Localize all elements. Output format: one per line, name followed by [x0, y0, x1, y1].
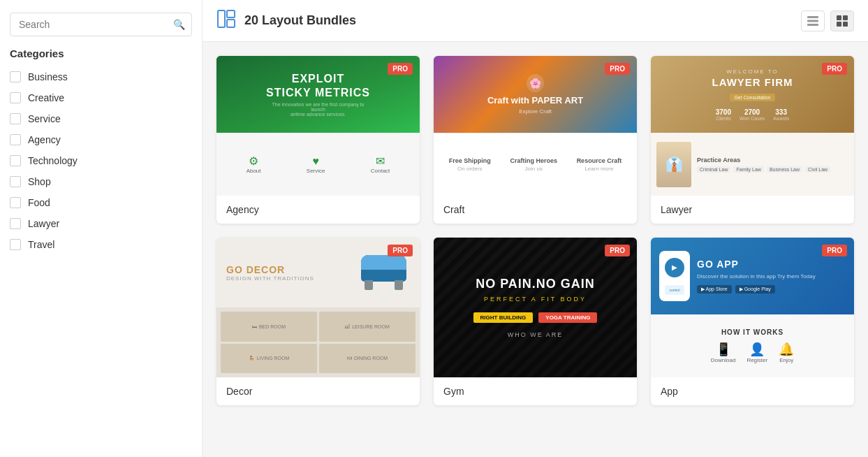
craft-main-text: Craft with PAPER ART — [487, 95, 583, 106]
card-app-image: PRO ▶ control GO APP Discover the soluti… — [651, 238, 854, 377]
gym-sub-text: PERFECT A FIT BODY — [484, 296, 587, 303]
agency-checkbox[interactable] — [10, 134, 21, 145]
layout-bundles-icon — [216, 9, 236, 33]
sidebar-item-lawyer[interactable]: Lawyer — [0, 213, 202, 234]
decor-room-bed: 🛏BED ROOM — [221, 312, 317, 342]
decor-main-text: GO DECOR — [226, 264, 314, 275]
card-gym-image: PRO NO PAIN.NO GAIN PERFECT A FIT BODY R… — [434, 238, 637, 377]
sidebar-item-shop[interactable]: Shop — [0, 171, 202, 192]
app-how-it-works: HOW IT WORKS — [721, 328, 784, 336]
app-phone-mockup: ▶ control — [659, 251, 690, 301]
svg-rect-7 — [843, 15, 848, 20]
category-label-shop: Shop — [28, 176, 51, 187]
service-checkbox[interactable] — [10, 113, 21, 124]
svg-rect-9 — [843, 22, 848, 27]
card-gym-label: Gym — [434, 377, 637, 405]
svg-rect-0 — [218, 10, 225, 27]
agency-feature-3: ✉ Contact — [371, 154, 390, 174]
agency-feature-2: ♥ Service — [307, 155, 325, 174]
pro-badge-lawyer: PRO — [822, 63, 847, 75]
search-container: 🔍 — [10, 13, 192, 36]
category-label-travel: Travel — [28, 239, 54, 250]
sidebar-item-creative[interactable]: Creative — [0, 87, 202, 108]
pro-badge-app: PRO — [822, 245, 847, 256]
technology-checkbox[interactable] — [10, 155, 21, 166]
card-lawyer-label: Lawyer — [651, 196, 854, 224]
app-steps: 📱 Download 👤 Register 🔔 Enjoy — [711, 342, 794, 363]
decor-room-living: 🪑LIVING ROOM — [221, 344, 317, 374]
svg-rect-5 — [807, 24, 818, 26]
card-decor-image: PRO GO DECOR DESIGN WITH TRADITIONS — [216, 238, 420, 377]
sidebar-item-food[interactable]: Food — [0, 192, 202, 213]
categories-title: Categories — [0, 48, 202, 66]
agency-main-text: EXPLOIT STICKY METRICS — [266, 72, 370, 99]
craft-col-shipping: Free Shipping On orders — [449, 157, 491, 172]
food-checkbox[interactable] — [10, 197, 21, 208]
agency-sub-text: The innovation we are the first company … — [266, 102, 371, 117]
lawyer-stat-1: 3700Clients — [716, 108, 731, 121]
search-icon: 🔍 — [173, 19, 185, 30]
cards-grid: PRO EXPLOIT STICKY METRICS The innovatio… — [216, 56, 854, 405]
pro-badge-gym: PRO — [605, 245, 630, 256]
card-craft[interactable]: PRO 🌸 Craft with PAPER ART Explore Craft… — [434, 56, 637, 224]
decor-room-dining: 🍽DINING ROOM — [319, 344, 415, 374]
card-decor-label: Decor — [216, 377, 420, 405]
travel-checkbox[interactable] — [10, 239, 21, 250]
card-craft-image: PRO 🌸 Craft with PAPER ART Explore Craft… — [434, 56, 637, 196]
cards-grid-area: PRO EXPLOIT STICKY METRICS The innovatio… — [203, 42, 868, 457]
sidebar-item-business[interactable]: Business — [0, 66, 202, 87]
category-label-creative: Creative — [28, 92, 64, 103]
card-decor[interactable]: PRO GO DECOR DESIGN WITH TRADITIONS — [216, 238, 420, 405]
svg-rect-6 — [837, 15, 841, 20]
business-checkbox[interactable] — [10, 71, 21, 82]
agency-feature-1: ⚙ About — [247, 154, 261, 174]
decor-room-leisure: 🛋LEISURE ROOM — [319, 312, 415, 342]
decor-sub-text: DESIGN WITH TRADITIONS — [226, 275, 314, 282]
sidebar-item-technology[interactable]: Technology — [0, 150, 202, 171]
sidebar-item-travel[interactable]: Travel — [0, 234, 202, 255]
svg-rect-3 — [807, 16, 818, 18]
pro-badge-craft: PRO — [605, 63, 630, 75]
category-label-lawyer: Lawyer — [28, 218, 59, 229]
header-left: 20 Layout Bundles — [216, 9, 356, 33]
sidebar-item-agency[interactable]: Agency — [0, 129, 202, 150]
sidebar: 🔍 Categories Business Creative Service A… — [0, 0, 203, 457]
svg-rect-8 — [837, 22, 841, 27]
craft-col-discount: Resource Craft Learn more — [577, 157, 622, 172]
shop-checkbox[interactable] — [10, 176, 21, 187]
card-gym[interactable]: PRO NO PAIN.NO GAIN PERFECT A FIT BODY R… — [434, 238, 637, 405]
sidebar-item-service[interactable]: Service — [0, 108, 202, 129]
craft-col-crafting: Crafting Heroes Join us — [510, 157, 557, 172]
svg-rect-1 — [227, 10, 235, 17]
category-label-agency: Agency — [28, 134, 61, 145]
lawyer-welcome: WELCOME TO — [726, 68, 778, 75]
page-title: 20 Layout Bundles — [244, 13, 356, 28]
svg-rect-2 — [227, 20, 235, 27]
list-view-button[interactable] — [801, 10, 825, 31]
card-app[interactable]: PRO ▶ control GO APP Discover the soluti… — [651, 238, 854, 405]
card-lawyer[interactable]: PRO WELCOME TO LAWYER FIRM Get Consultat… — [651, 56, 854, 224]
lawyer-stat-3: 333Awards — [773, 108, 789, 121]
gym-main-text: NO PAIN.NO GAIN — [476, 277, 595, 291]
creative-checkbox[interactable] — [10, 92, 21, 103]
card-agency-label: Agency — [216, 196, 420, 224]
category-label-technology: Technology — [28, 155, 78, 166]
app-text-block: GO APP Discover the solution in this app… — [697, 259, 846, 293]
lawyer-main-text: LAWYER FIRM — [712, 76, 793, 88]
header-right — [801, 10, 854, 31]
card-app-label: App — [651, 377, 854, 405]
main-content: 20 Layout Bundles PRO EXPLOIT STICKY MET… — [203, 0, 868, 457]
grid-view-button[interactable] — [830, 10, 854, 31]
page-header: 20 Layout Bundles — [203, 0, 868, 42]
pro-badge-decor: PRO — [388, 245, 413, 256]
category-label-business: Business — [28, 71, 68, 82]
card-agency[interactable]: PRO EXPLOIT STICKY METRICS The innovatio… — [216, 56, 420, 224]
svg-rect-4 — [807, 20, 818, 22]
search-input[interactable] — [10, 13, 192, 36]
pro-badge-agency: PRO — [388, 63, 413, 75]
craft-sub-text: Explore Craft — [519, 108, 552, 115]
lawyer-checkbox[interactable] — [10, 218, 21, 229]
card-lawyer-image: PRO WELCOME TO LAWYER FIRM Get Consultat… — [651, 56, 854, 196]
category-label-food: Food — [28, 197, 50, 208]
card-agency-image: PRO EXPLOIT STICKY METRICS The innovatio… — [216, 56, 420, 196]
